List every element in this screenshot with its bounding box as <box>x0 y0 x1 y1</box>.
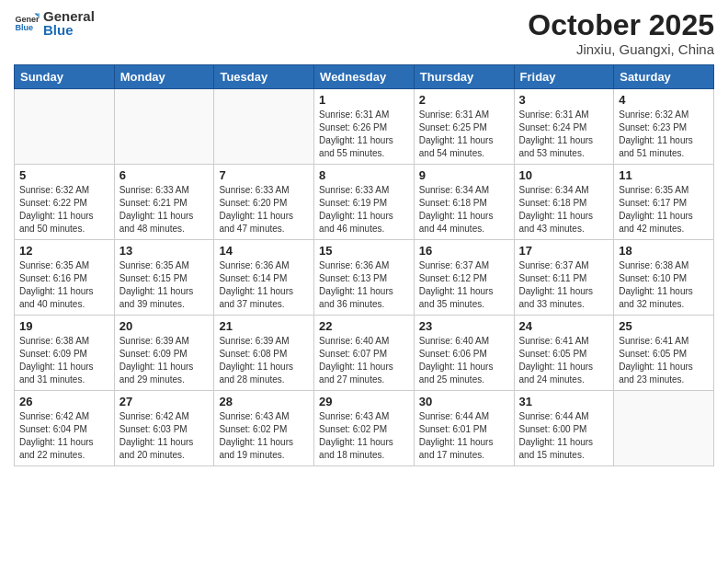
day-info: Sunrise: 6:31 AM Sunset: 6:25 PM Dayligh… <box>419 109 509 160</box>
col-tuesday: Tuesday <box>214 65 314 89</box>
day-number: 15 <box>319 244 409 258</box>
calendar-week-row: 12Sunrise: 6:35 AM Sunset: 6:16 PM Dayli… <box>15 240 714 316</box>
col-sunday: Sunday <box>15 65 115 89</box>
day-info: Sunrise: 6:35 AM Sunset: 6:15 PM Dayligh… <box>119 259 210 311</box>
day-number: 23 <box>419 319 509 333</box>
day-info: Sunrise: 6:35 AM Sunset: 6:16 PM Dayligh… <box>19 259 109 311</box>
calendar-cell: 29Sunrise: 6:43 AM Sunset: 6:02 PM Dayli… <box>314 391 415 466</box>
col-saturday: Saturday <box>614 65 714 89</box>
calendar-cell: 9Sunrise: 6:34 AM Sunset: 6:18 PM Daylig… <box>414 165 514 240</box>
day-info: Sunrise: 6:32 AM Sunset: 6:22 PM Dayligh… <box>19 184 109 236</box>
calendar-cell: 27Sunrise: 6:42 AM Sunset: 6:03 PM Dayli… <box>114 391 214 466</box>
day-number: 18 <box>619 244 709 258</box>
calendar-cell: 20Sunrise: 6:39 AM Sunset: 6:09 PM Dayli… <box>114 316 214 391</box>
calendar-cell: 22Sunrise: 6:40 AM Sunset: 6:07 PM Dayli… <box>314 316 415 391</box>
calendar-cell: 30Sunrise: 6:44 AM Sunset: 6:01 PM Dayli… <box>414 391 514 466</box>
calendar-week-row: 19Sunrise: 6:38 AM Sunset: 6:09 PM Dayli… <box>15 316 714 391</box>
day-info: Sunrise: 6:41 AM Sunset: 6:05 PM Dayligh… <box>519 335 609 386</box>
calendar-cell: 24Sunrise: 6:41 AM Sunset: 6:05 PM Dayli… <box>514 316 614 391</box>
day-info: Sunrise: 6:32 AM Sunset: 6:23 PM Dayligh… <box>619 109 709 160</box>
day-number: 17 <box>519 244 609 258</box>
day-info: Sunrise: 6:31 AM Sunset: 6:26 PM Dayligh… <box>319 109 409 160</box>
calendar-cell: 13Sunrise: 6:35 AM Sunset: 6:15 PM Dayli… <box>114 240 214 316</box>
day-number: 30 <box>419 395 509 408</box>
day-number: 13 <box>119 244 210 258</box>
calendar-cell: 11Sunrise: 6:35 AM Sunset: 6:17 PM Dayli… <box>614 165 714 240</box>
day-number: 19 <box>19 319 109 333</box>
day-info: Sunrise: 6:34 AM Sunset: 6:18 PM Dayligh… <box>519 184 609 236</box>
logo-general-text: General <box>43 9 95 23</box>
day-info: Sunrise: 6:35 AM Sunset: 6:17 PM Dayligh… <box>619 184 709 236</box>
svg-text:General: General <box>15 15 40 24</box>
calendar-cell: 6Sunrise: 6:33 AM Sunset: 6:21 PM Daylig… <box>114 165 214 240</box>
day-info: Sunrise: 6:31 AM Sunset: 6:24 PM Dayligh… <box>519 109 609 160</box>
day-number: 24 <box>519 319 609 333</box>
calendar-header-row: Sunday Monday Tuesday Wednesday Thursday… <box>15 65 714 89</box>
location: Jinxiu, Guangxi, China <box>528 41 714 57</box>
calendar-cell <box>15 89 115 165</box>
calendar-cell: 16Sunrise: 6:37 AM Sunset: 6:12 PM Dayli… <box>414 240 514 316</box>
day-info: Sunrise: 6:37 AM Sunset: 6:11 PM Dayligh… <box>519 259 609 311</box>
day-info: Sunrise: 6:41 AM Sunset: 6:05 PM Dayligh… <box>619 335 709 386</box>
day-info: Sunrise: 6:33 AM Sunset: 6:21 PM Dayligh… <box>119 184 210 236</box>
generalblue-logo-icon: General Blue <box>14 10 40 36</box>
day-number: 2 <box>419 93 509 107</box>
day-number: 8 <box>319 168 409 182</box>
day-number: 5 <box>19 168 109 182</box>
day-number: 22 <box>319 319 409 333</box>
day-info: Sunrise: 6:39 AM Sunset: 6:08 PM Dayligh… <box>219 335 309 386</box>
day-number: 20 <box>119 319 210 333</box>
calendar-cell: 4Sunrise: 6:32 AM Sunset: 6:23 PM Daylig… <box>614 89 714 165</box>
calendar-week-row: 1Sunrise: 6:31 AM Sunset: 6:26 PM Daylig… <box>15 89 714 165</box>
calendar-cell: 31Sunrise: 6:44 AM Sunset: 6:00 PM Dayli… <box>514 391 614 466</box>
day-number: 28 <box>219 395 309 408</box>
col-monday: Monday <box>114 65 214 89</box>
day-number: 4 <box>619 93 709 107</box>
day-info: Sunrise: 6:39 AM Sunset: 6:09 PM Dayligh… <box>119 335 210 386</box>
day-number: 27 <box>119 395 210 408</box>
calendar-cell: 3Sunrise: 6:31 AM Sunset: 6:24 PM Daylig… <box>514 89 614 165</box>
day-info: Sunrise: 6:36 AM Sunset: 6:13 PM Dayligh… <box>319 259 409 311</box>
day-number: 6 <box>119 168 210 182</box>
day-number: 12 <box>19 244 109 258</box>
day-number: 31 <box>519 395 609 408</box>
day-info: Sunrise: 6:38 AM Sunset: 6:09 PM Dayligh… <box>19 335 109 386</box>
calendar-cell: 7Sunrise: 6:33 AM Sunset: 6:20 PM Daylig… <box>214 165 314 240</box>
calendar-cell: 23Sunrise: 6:40 AM Sunset: 6:06 PM Dayli… <box>414 316 514 391</box>
day-number: 21 <box>219 319 309 333</box>
calendar-cell: 28Sunrise: 6:43 AM Sunset: 6:02 PM Dayli… <box>214 391 314 466</box>
day-info: Sunrise: 6:42 AM Sunset: 6:04 PM Dayligh… <box>19 410 109 462</box>
calendar-cell: 14Sunrise: 6:36 AM Sunset: 6:14 PM Dayli… <box>214 240 314 316</box>
calendar-cell <box>214 89 314 165</box>
col-wednesday: Wednesday <box>314 65 415 89</box>
calendar-cell: 21Sunrise: 6:39 AM Sunset: 6:08 PM Dayli… <box>214 316 314 391</box>
calendar-cell: 10Sunrise: 6:34 AM Sunset: 6:18 PM Dayli… <box>514 165 614 240</box>
calendar-cell: 2Sunrise: 6:31 AM Sunset: 6:25 PM Daylig… <box>414 89 514 165</box>
day-info: Sunrise: 6:43 AM Sunset: 6:02 PM Dayligh… <box>219 410 309 462</box>
calendar-cell: 8Sunrise: 6:33 AM Sunset: 6:19 PM Daylig… <box>314 165 415 240</box>
day-info: Sunrise: 6:44 AM Sunset: 6:01 PM Dayligh… <box>419 410 509 462</box>
logo: General Blue General Blue <box>14 9 95 37</box>
title-block: October 2025 Jinxiu, Guangxi, China <box>528 9 714 57</box>
day-info: Sunrise: 6:40 AM Sunset: 6:06 PM Dayligh… <box>419 335 509 386</box>
day-number: 11 <box>619 168 709 182</box>
day-info: Sunrise: 6:33 AM Sunset: 6:20 PM Dayligh… <box>219 184 309 236</box>
calendar-cell <box>114 89 214 165</box>
logo-blue-text: Blue <box>43 23 95 37</box>
calendar-table: Sunday Monday Tuesday Wednesday Thursday… <box>14 64 714 466</box>
col-thursday: Thursday <box>414 65 514 89</box>
calendar-cell: 25Sunrise: 6:41 AM Sunset: 6:05 PM Dayli… <box>614 316 714 391</box>
month-title: October 2025 <box>528 9 714 41</box>
day-info: Sunrise: 6:33 AM Sunset: 6:19 PM Dayligh… <box>319 184 409 236</box>
calendar-cell: 1Sunrise: 6:31 AM Sunset: 6:26 PM Daylig… <box>314 89 415 165</box>
day-info: Sunrise: 6:43 AM Sunset: 6:02 PM Dayligh… <box>319 410 409 462</box>
day-info: Sunrise: 6:36 AM Sunset: 6:14 PM Dayligh… <box>219 259 309 311</box>
day-info: Sunrise: 6:42 AM Sunset: 6:03 PM Dayligh… <box>119 410 210 462</box>
calendar-cell: 5Sunrise: 6:32 AM Sunset: 6:22 PM Daylig… <box>15 165 115 240</box>
calendar-cell: 17Sunrise: 6:37 AM Sunset: 6:11 PM Dayli… <box>514 240 614 316</box>
day-number: 3 <box>519 93 609 107</box>
calendar-cell: 18Sunrise: 6:38 AM Sunset: 6:10 PM Dayli… <box>614 240 714 316</box>
day-info: Sunrise: 6:40 AM Sunset: 6:07 PM Dayligh… <box>319 335 409 386</box>
day-number: 16 <box>419 244 509 258</box>
svg-text:Blue: Blue <box>15 23 33 32</box>
